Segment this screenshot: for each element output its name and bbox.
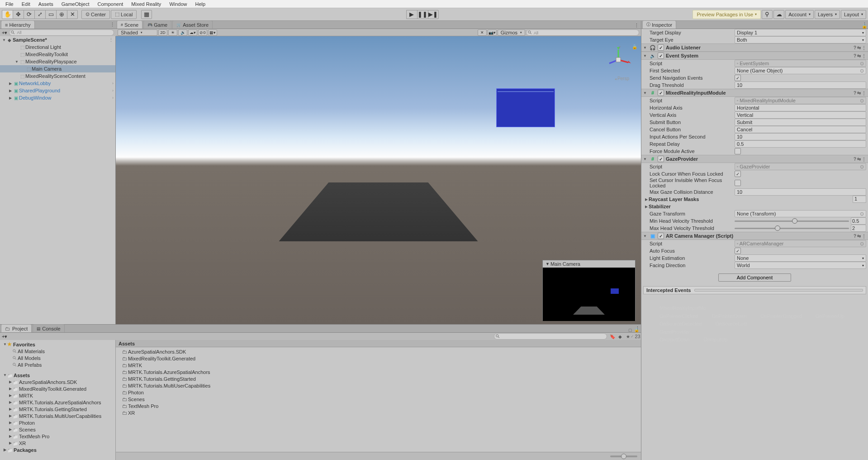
folder-item[interactable]: ▶XR xyxy=(0,440,115,446)
fx-toggle[interactable]: ☁▾ xyxy=(188,29,197,36)
menu-icon[interactable]: ⋮ xyxy=(862,45,866,50)
dropdown[interactable]: None xyxy=(735,254,866,262)
help-icon[interactable]: ? xyxy=(854,234,856,239)
tab-scene[interactable]: #Scene xyxy=(117,20,142,29)
filter-label-icon[interactable]: ◆ xyxy=(617,333,624,340)
text-field[interactable]: Horizontal xyxy=(735,104,866,111)
checkbox[interactable]: ✓ xyxy=(735,171,741,177)
pause-button[interactable]: ❚❚ xyxy=(417,10,428,19)
account-dropdown[interactable]: Account xyxy=(785,10,814,19)
collab-icon[interactable]: ⚲ xyxy=(762,10,773,19)
move-tool[interactable]: ✥ xyxy=(13,10,24,19)
menu-assets[interactable]: Assets xyxy=(35,1,57,7)
menu-icon[interactable]: ⋮ xyxy=(862,157,866,162)
folder-item[interactable]: ▶MRTK xyxy=(0,392,115,399)
layout-dropdown[interactable]: Layout xyxy=(841,10,866,19)
maximize-icon[interactable]: ▢ xyxy=(628,328,632,332)
menu-icon[interactable]: ⋮ xyxy=(862,234,866,239)
fold-icon[interactable]: ▼ xyxy=(643,46,648,50)
preview-packages-badge[interactable]: Preview Packages in Use xyxy=(693,10,761,19)
panel-menu-icon[interactable]: ⋮ xyxy=(110,22,115,28)
play-button[interactable]: ▶ xyxy=(406,10,417,19)
orientation-gizmo[interactable]: y xyxy=(605,46,632,73)
favorites-header[interactable]: ▼★ Favorites xyxy=(0,341,115,348)
lock-gizmo-icon[interactable]: 🔒 xyxy=(632,44,637,49)
hierarchy-item[interactable]: ▶DebugWindow› xyxy=(0,94,115,101)
asset-item[interactable]: AzureSpatialAnchors.SDK xyxy=(116,348,641,355)
preset-icon[interactable]: ⇆ xyxy=(857,45,861,50)
expand-icon[interactable]: ▼ xyxy=(14,60,19,64)
custom-tool[interactable]: ✕ xyxy=(67,10,78,19)
project-search[interactable] xyxy=(494,333,607,340)
hidden-count[interactable]: 23 xyxy=(632,333,639,340)
checkbox[interactable] xyxy=(735,180,741,186)
help-icon[interactable]: ? xyxy=(854,53,856,58)
tab-console[interactable]: ▤Console xyxy=(33,324,64,332)
property-label[interactable]: Stabilizer xyxy=(649,204,734,209)
favorite-item[interactable]: ⚲ All Materials xyxy=(0,348,115,355)
text-field[interactable]: Submit xyxy=(735,119,866,126)
scene-viewport[interactable]: y 🔒 Persp ▼Main Camera xyxy=(116,36,641,324)
checkbox[interactable] xyxy=(735,148,741,154)
preset-icon[interactable]: ⇆ xyxy=(857,234,861,239)
scale-tool[interactable]: ⤢ xyxy=(34,10,45,19)
slider-value[interactable]: 0.5 xyxy=(851,217,866,225)
fold-icon[interactable]: ▼ xyxy=(643,54,648,58)
text-field[interactable]: 10 xyxy=(735,81,866,89)
hierarchy-item[interactable]: Main Camera xyxy=(0,65,115,72)
rect-tool[interactable]: ▭ xyxy=(45,10,56,19)
checkbox[interactable]: ✓ xyxy=(735,248,741,254)
folder-item[interactable]: ▶MRTK.Tutorials.AzureSpatialAnchors xyxy=(0,399,115,406)
projection-label[interactable]: Persp xyxy=(615,76,629,81)
filter-type-icon[interactable]: 🔖 xyxy=(609,333,616,340)
property-value[interactable]: Display 1 xyxy=(735,29,866,36)
fold-icon[interactable]: ▼ xyxy=(545,262,550,266)
enable-checkbox[interactable]: ✓ xyxy=(658,233,664,239)
text-field[interactable]: 10 xyxy=(735,188,866,196)
transform-tool[interactable]: ⊕ xyxy=(56,10,67,19)
layers-dropdown[interactable]: Layers xyxy=(815,10,840,19)
help-icon[interactable]: ? xyxy=(854,157,856,162)
favorite-item[interactable]: ⚲ All Models xyxy=(0,355,115,361)
expand-icon[interactable]: ▶ xyxy=(8,96,13,100)
slider[interactable] xyxy=(735,220,849,222)
asset-item[interactable]: XR xyxy=(116,409,641,416)
rotate-tool[interactable]: ⟳ xyxy=(24,10,34,19)
inspector-body[interactable]: Target DisplayDisplay 1Target EyeBoth ▼✓… xyxy=(641,29,868,460)
create-icon[interactable]: +▾ xyxy=(2,334,7,340)
folder-item[interactable]: ▶MRTK.Tutorials.GettingStarted xyxy=(0,406,115,412)
slider-value[interactable]: 2 xyxy=(851,225,866,232)
asset-item[interactable]: MRTK xyxy=(116,362,641,369)
create-dropdown-icon[interactable]: +▾ xyxy=(2,30,7,36)
panel-menu-icon[interactable]: ⋮ xyxy=(635,326,640,331)
object-reference[interactable]: None (Game Object)⊙ xyxy=(735,67,866,74)
text-field[interactable]: 0.5 xyxy=(735,140,866,148)
asset-item[interactable]: MRTK.Tutorials.MultiUserCapabilities xyxy=(116,382,641,389)
hierarchy-item[interactable]: ▼MixedRealityPlayspace xyxy=(0,58,115,65)
array-size[interactable]: 1 xyxy=(853,196,866,203)
tab-hierarchy[interactable]: ≡ Hierarchy xyxy=(1,20,35,29)
enable-checkbox[interactable]: ✓ xyxy=(658,90,664,96)
expand-icon[interactable]: ▶ xyxy=(8,89,13,93)
checkbox[interactable]: ✓ xyxy=(735,75,741,81)
menu-edit[interactable]: Edit xyxy=(18,1,34,7)
expand-icon[interactable]: ▼ xyxy=(2,38,6,42)
hierarchy-search[interactable]: All xyxy=(9,29,114,36)
menu-icon[interactable]: ⋮ xyxy=(862,91,866,96)
hand-tool[interactable]: ✋ xyxy=(2,10,13,19)
preset-icon[interactable]: ⇆ xyxy=(857,157,861,162)
tab-asset-store[interactable]: 🛒Asset Store xyxy=(172,20,213,29)
fold-icon[interactable]: ▼ xyxy=(643,234,648,238)
folder-item[interactable]: ▶TextMesh Pro xyxy=(0,433,115,440)
menu-gameobject[interactable]: GameObject xyxy=(58,1,93,7)
preset-icon[interactable]: ⇆ xyxy=(857,91,861,96)
component-header[interactable]: ▼✓Event System?⇆⋮ xyxy=(641,52,868,60)
slider[interactable] xyxy=(735,228,849,229)
scene-search[interactable]: All xyxy=(526,29,639,36)
breadcrumb[interactable]: Assets xyxy=(116,340,641,347)
preset-icon[interactable]: ⇆ xyxy=(857,53,861,58)
scene-row[interactable]: ▼ SampleScene* ⋮ xyxy=(0,36,115,43)
pivot-center[interactable]: ⊙Center xyxy=(81,10,110,19)
enable-checkbox[interactable]: ✓ xyxy=(658,44,664,51)
folder-item[interactable]: ▶Scenes xyxy=(0,426,115,433)
